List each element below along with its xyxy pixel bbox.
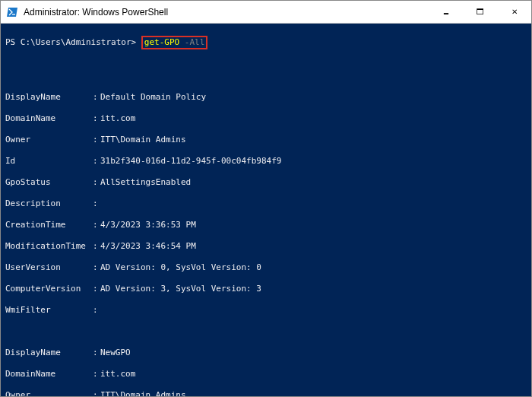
output-row: Owner: ITT\Domain Admins: [5, 390, 527, 396]
minimize-icon: 🗕: [442, 8, 450, 16]
maximize-icon: 🗖: [477, 8, 484, 16]
output-row: Owner: ITT\Domain Admins: [5, 135, 527, 145]
value: itt.com: [100, 369, 135, 380]
value: ITT\Domain Admins: [100, 390, 186, 396]
value: AllSettingsEnabled: [100, 177, 191, 188]
colon: :: [93, 369, 100, 380]
colon: :: [93, 390, 100, 396]
value: NewGPO: [100, 348, 131, 358]
value: ITT\Domain Admins: [100, 135, 186, 145]
colon: :: [93, 92, 100, 103]
colon: :: [93, 241, 100, 252]
colon: :: [93, 220, 100, 230]
output-row: Description:: [5, 198, 527, 209]
key: ComputerVersion: [5, 284, 93, 294]
output-row: UserVersion: AD Version: 0, SysVol Versi…: [5, 262, 527, 273]
value: itt.com: [100, 113, 135, 124]
terminal-body[interactable]: PS C:\Users\Administrator> get-GPO -All …: [1, 24, 531, 396]
key: Owner: [5, 390, 93, 396]
output-row: GpoStatus: AllSettingsEnabled: [5, 177, 527, 188]
output-row: ModificationTime: 4/3/2023 3:46:54 PM: [5, 241, 527, 252]
output-row: DomainName: itt.com: [5, 113, 527, 124]
close-button[interactable]: ✕: [497, 1, 531, 23]
key: UserVersion: [5, 262, 93, 273]
colon: :: [93, 284, 100, 294]
colon: :: [93, 177, 100, 188]
titlebar-left: Administrator: Windows PowerShell: [1, 6, 168, 18]
output-row: DomainName: itt.com: [5, 369, 527, 380]
output-row: ComputerVersion: AD Version: 3, SysVol V…: [5, 284, 527, 294]
colon: :: [93, 305, 100, 316]
command-param: -All: [179, 37, 204, 47]
key: ModificationTime: [5, 241, 93, 252]
colon: :: [93, 135, 100, 145]
value: Default Domain Policy: [100, 92, 206, 103]
colon: :: [93, 156, 100, 167]
output-row: DisplayName: NewGPO: [5, 348, 527, 358]
key: DisplayName: [5, 348, 93, 358]
minimize-button[interactable]: 🗕: [429, 1, 463, 23]
value: AD Version: 0, SysVol Version: 0: [100, 262, 261, 273]
output-row: DisplayName: Default Domain Policy: [5, 92, 527, 103]
titlebar[interactable]: Administrator: Windows PowerShell 🗕 🗖 ✕: [1, 1, 531, 24]
colon: :: [93, 113, 100, 124]
blank-line: [5, 49, 527, 60]
powershell-window: Administrator: Windows PowerShell 🗕 🗖 ✕ …: [0, 0, 532, 397]
blank-line: [5, 71, 527, 81]
window-controls: 🗕 🗖 ✕: [429, 1, 531, 23]
colon: :: [93, 198, 100, 209]
key: DomainName: [5, 369, 93, 380]
blank-line: [5, 326, 527, 337]
value: AD Version: 3, SysVol Version: 3: [100, 284, 261, 294]
colon: :: [93, 348, 100, 358]
close-icon: ✕: [511, 8, 518, 16]
value: 4/3/2023 3:36:53 PM: [100, 220, 196, 230]
key: WmiFilter: [5, 305, 93, 316]
maximize-button[interactable]: 🗖: [463, 1, 497, 23]
value: 31b2f340-016d-11d2-945f-00c04fb984f9: [100, 156, 281, 167]
prompt: PS C:\Users\Administrator>: [5, 37, 136, 47]
key: GpoStatus: [5, 177, 93, 188]
key: DisplayName: [5, 92, 93, 103]
key: Description: [5, 198, 93, 209]
output-row: CreationTime: 4/3/2023 3:36:53 PM: [5, 220, 527, 230]
command-name: get-GPO: [144, 37, 179, 47]
key: Id: [5, 156, 93, 167]
colon: :: [93, 262, 100, 273]
value: 4/3/2023 3:46:54 PM: [100, 241, 196, 252]
key: CreationTime: [5, 220, 93, 230]
powershell-icon: [7, 6, 19, 18]
key: Owner: [5, 135, 93, 145]
output-row: Id: 31b2f340-016d-11d2-945f-00c04fb984f9: [5, 156, 527, 167]
window-title: Administrator: Windows PowerShell: [24, 7, 168, 17]
output-row: WmiFilter:: [5, 305, 527, 316]
key: DomainName: [5, 113, 93, 124]
command-highlight: get-GPO -All: [141, 36, 207, 49]
